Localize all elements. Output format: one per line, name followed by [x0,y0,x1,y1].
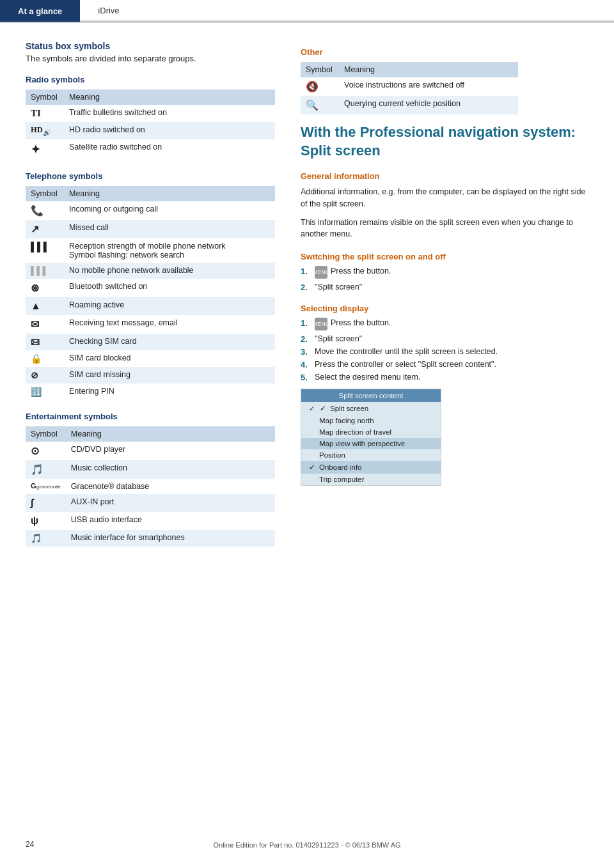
big-heading: With the Professional navigation system:… [301,123,588,160]
general-info-title: General information [301,171,588,181]
table-row: ▌▌▌ No mobile phone network available [26,263,275,279]
meaning-cell: Satellite radio switched on [64,139,275,160]
tel-col-meaning: Meaning [64,186,275,201]
header-bar: At a glance iDrive [0,0,614,23]
other-col-symbol: Symbol [301,62,339,77]
entertainment-section-title: Entertainment symbols [26,412,275,421]
left-column: Status box symbols The symbols are divid… [26,36,275,555]
symbol-cell: ↗ [26,220,64,238]
symbol-cell: 🔇 [301,77,339,96]
screenshot-box: Split screen content ✓ Split screen Map … [301,389,441,486]
table-row: ⊛ Bluetooth switched on [26,279,275,297]
table-row: 🔒 SIM card blocked [26,350,275,367]
radio-table: Symbol Meaning TI Traffic bulletins swit… [26,89,275,160]
general-info-para1: Additional information, e.g. from the co… [301,186,588,210]
meaning-cell: Entering PIN [64,384,275,400]
list-item: 1. MENU Press the button. [301,267,588,279]
screenshot-item-onboard: ✓ Onboard info [301,461,441,474]
screenshot-item: Map facing north [301,415,441,426]
meaning-cell: Querying current vehicle position [339,96,518,114]
button-icon-2: MENU [315,318,327,330]
list-item: 2. "Split screen" [301,283,588,292]
meaning-cell: HD radio switched on [64,122,275,139]
symbol-cell: ▲ [26,297,64,315]
table-row: ▲ Roaming active [26,297,275,315]
status-box-title: Status box symbols [26,41,275,51]
meaning-cell: Missed call [64,220,275,238]
table-row: ✦ Satellite radio switched on [26,139,275,160]
meaning-cell: AUX-IN port [66,494,275,512]
screenshot-item: Map view with perspective [301,438,441,449]
meaning-cell: Checking SIM card [64,334,275,350]
table-row: ψ USB audio interface [26,512,275,530]
table-row: TI Traffic bulletins switched on [26,105,275,122]
symbol-cell: HD🔊 [26,122,64,139]
symbol-cell: ▌▌▌ [26,238,64,263]
meaning-cell: Bluetooth switched on [64,279,275,297]
switching-title: Switching the split screen on and off [301,252,588,261]
screenshot-header: Split screen content [301,389,441,402]
meaning-cell: USB audio interface [66,512,275,530]
symbol-cell: ∫ [26,494,66,512]
meaning-cell: SIM card blocked [64,350,275,367]
general-info-para2: This information remains visible on the … [301,217,588,241]
table-row: 🔇 Voice instructions are switched off [301,77,518,96]
meaning-cell: SIM card missing [64,367,275,384]
list-item: 3. Move the controller until the split s… [301,347,588,357]
symbol-cell: 🖂 [26,334,64,350]
table-row: ⊙ CD/DVD player [26,442,275,460]
symbol-cell: ⊙ [26,442,66,460]
symbol-cell: 🔢 [26,384,64,400]
symbol-cell: ⊘ [26,367,64,384]
symbol-cell: ✦ [26,139,64,160]
meaning-cell: Incoming or outgoing call [64,201,275,220]
table-row: ✉ Receiving text message, email [26,315,275,334]
table-row: ∫ AUX-IN port [26,494,275,512]
meaning-cell: Music collection [66,460,275,479]
entertainment-table: Symbol Meaning ⊙ CD/DVD player 🎵 Music c… [26,426,275,546]
symbol-cell: ⊛ [26,279,64,297]
meaning-cell: Roaming active [64,297,275,315]
screenshot-item: ✓ Split screen [301,402,441,415]
meaning-cell: Gracenote® database [66,479,275,494]
table-row: 🔢 Entering PIN [26,384,275,400]
meaning-cell: Music interface for smartphones [66,530,275,546]
footer-copyright: Online Edition for Part no. 01402911223 … [213,841,400,849]
switching-steps: 1. MENU Press the button. 2. "Split scre… [301,267,588,292]
table-row: HD🔊 HD radio switched on [26,122,275,139]
meaning-cell: Traffic bulletins switched on [64,105,275,122]
table-row: Ggracenote Gracenote® database [26,479,275,494]
table-row: 🖂 Checking SIM card [26,334,275,350]
screenshot-item: Position [301,449,441,461]
symbol-cell: 🔍 [301,96,339,114]
telephone-table: Symbol Meaning 📞 Incoming or outgoing ca… [26,186,275,400]
other-section-title: Other [301,47,588,57]
selecting-title: Selecting display [301,304,588,313]
table-row: ↗ Missed call [26,220,275,238]
tab-idrive[interactable]: iDrive [80,0,137,22]
right-column: Other Symbol Meaning 🔇 Voice instruction… [301,36,588,555]
page-container: At a glance iDrive Status box symbols Th… [0,0,614,868]
radio-col-symbol: Symbol [26,89,64,105]
screenshot-item: Map direction of travel [301,426,441,438]
tab-at-a-glance[interactable]: At a glance [0,0,80,22]
symbol-cell: ✉ [26,315,64,334]
meaning-cell: Voice instructions are switched off [339,77,518,96]
radio-section-title: Radio symbols [26,75,275,84]
table-row: 📞 Incoming or outgoing call [26,201,275,220]
ent-col-symbol: Symbol [26,426,66,442]
symbol-cell: 🎵 [26,460,66,479]
table-row: ⊘ SIM card missing [26,367,275,384]
telephone-section-title: Telephone symbols [26,171,275,181]
big-heading-text: With the Professional navigation system:… [301,124,576,159]
meaning-cell: No mobile phone network available [64,263,275,279]
table-row: ▌▌▌ Reception strength of mobile phone n… [26,238,275,263]
ent-col-meaning: Meaning [66,426,275,442]
symbol-cell: TI [26,105,64,122]
symbol-cell: 🎵 [26,530,66,546]
list-item: 1. MENU Press the button. [301,318,588,331]
other-col-meaning: Meaning [339,62,518,77]
list-item: 2. "Split screen" [301,334,588,344]
table-row: 🎵 Music interface for smartphones [26,530,275,546]
list-item: 4. Press the controller or select "Split… [301,360,588,369]
